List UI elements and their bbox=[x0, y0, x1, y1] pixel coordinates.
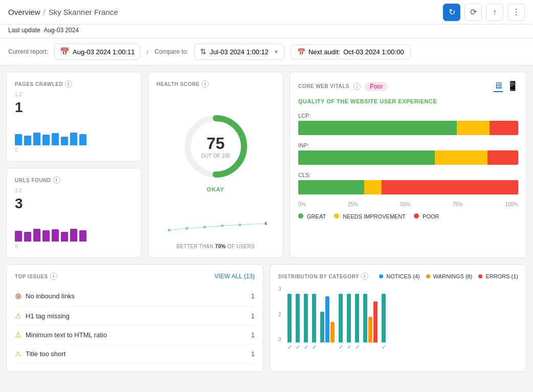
dist-bar-teal bbox=[339, 294, 343, 342]
chart-bar bbox=[42, 230, 50, 242]
warning-icon: ⚠ bbox=[15, 331, 21, 339]
compare-label: Compare to: bbox=[154, 48, 188, 55]
chart-bar bbox=[61, 137, 68, 146]
check-mark: ✓ bbox=[296, 344, 300, 351]
error-icon: ⊗ bbox=[15, 291, 21, 301]
dist-group: ✓ bbox=[382, 294, 386, 342]
dist-group: ✓ bbox=[339, 294, 343, 342]
cwv-header: CORE WEB VITALS i Poor 🖥 📱 bbox=[298, 80, 518, 92]
header: Overview / Sky Skanner France ↻ ⟳ ↑ ⋮ bbox=[0, 0, 533, 25]
next-audit-button[interactable]: 📅 Next audit: Oct-03 2024 1:00:00 bbox=[291, 45, 411, 59]
svg-point-2 bbox=[239, 134, 246, 140]
dist-bar-teal bbox=[347, 294, 351, 342]
needs-dot bbox=[334, 213, 339, 219]
lcp-great bbox=[298, 121, 457, 135]
chart-bar bbox=[24, 136, 31, 145]
dist-bar-blue bbox=[325, 296, 329, 342]
lcp-metric: LCP: bbox=[298, 113, 518, 135]
urls-found-axis-top: 3.2 bbox=[15, 188, 133, 193]
issue-left: ⚠ Title too short bbox=[15, 350, 65, 358]
svg-point-5 bbox=[186, 227, 188, 230]
current-date-picker[interactable]: 📅 Aug-03 2024 1:00:11 bbox=[54, 43, 140, 60]
dist-title: DISTRIBUTION BY CATEGORY i bbox=[278, 273, 368, 280]
errors-legend: ERRORS (1) bbox=[478, 273, 518, 279]
dist-bar-teal bbox=[312, 294, 316, 342]
check-mark: ✓ bbox=[287, 344, 292, 351]
cls-bar bbox=[298, 180, 518, 194]
urls-found-info-icon[interactable]: i bbox=[53, 177, 60, 184]
chart-bar bbox=[61, 232, 68, 242]
health-score-title: HEALTH SCORE i bbox=[157, 80, 275, 88]
upload-button[interactable]: ↑ bbox=[486, 4, 503, 21]
compare-calendar-icon: ⇅ bbox=[200, 47, 207, 56]
chart-bar bbox=[70, 133, 77, 145]
notices-legend: NOTICES (4) bbox=[379, 273, 419, 279]
dist-info-icon[interactable]: i bbox=[361, 273, 368, 280]
pages-crawled-chart bbox=[15, 120, 133, 145]
dist-group bbox=[320, 296, 335, 342]
pages-crawled-value: 1 bbox=[15, 99, 133, 116]
breadcrumb-separator: / bbox=[43, 8, 46, 16]
inp-bar bbox=[298, 150, 518, 165]
warnings-dot bbox=[426, 274, 430, 278]
dist-group: ✓ bbox=[355, 294, 359, 342]
subheader: Last update Aug-03 2024 bbox=[0, 25, 533, 38]
pages-crawled-info-icon[interactable]: i bbox=[65, 80, 72, 88]
calendar-icon: 📅 bbox=[60, 47, 70, 56]
pages-crawled-title: PAGES CRAWLED i bbox=[15, 80, 133, 88]
lcp-bar bbox=[298, 121, 518, 135]
dist-group: ✓ bbox=[347, 294, 351, 342]
cwv-subtitle: QUALITY OF THE WEBSITE USER EXPERIENCE bbox=[298, 98, 518, 104]
dist-bar-red bbox=[373, 301, 377, 342]
breadcrumb: Overview / Sky Skanner France bbox=[8, 8, 118, 16]
issue-text: No inbound links bbox=[26, 292, 75, 300]
health-score-info-icon[interactable]: i bbox=[202, 80, 209, 88]
issue-count: 1 bbox=[251, 312, 255, 320]
more-button[interactable]: ⋮ bbox=[507, 4, 525, 21]
issue-count: 1 bbox=[251, 350, 255, 358]
issue-row: ⚠ Minimum text to HTML ratio 1 bbox=[15, 325, 255, 344]
great-dot bbox=[298, 213, 303, 219]
svg-point-4 bbox=[168, 229, 170, 231]
compare-date-picker[interactable]: ⇅ Jul-03 2024 1:00:12 ▼ bbox=[194, 43, 284, 60]
legend-needs: NEEDS IMPROVEMENT bbox=[334, 213, 406, 220]
view-all-link[interactable]: VIEW ALL (13) bbox=[214, 273, 255, 280]
notices-dot bbox=[379, 274, 383, 278]
top-issues-info-icon[interactable]: i bbox=[50, 273, 57, 280]
pages-crawled-axis-top: 1.2 bbox=[15, 92, 133, 97]
urls-found-chart bbox=[15, 216, 133, 242]
issues-header: TOP ISSUES i VIEW ALL (13) bbox=[15, 273, 255, 280]
top-issues-title: TOP ISSUES i bbox=[15, 273, 57, 280]
svg-point-8 bbox=[238, 224, 241, 226]
dist-group bbox=[363, 294, 377, 342]
last-update-date: Aug-03 2024 bbox=[43, 27, 79, 34]
cls-metric: CLS: bbox=[298, 172, 518, 194]
dist-group: ✓ bbox=[296, 294, 300, 342]
issue-text: H1 tag missing bbox=[26, 312, 70, 320]
main-grid: PAGES CRAWLED i 1.2 1 0 HEALTH SCORE i bbox=[0, 66, 533, 378]
check-mark: ✓ bbox=[312, 344, 317, 351]
distribution-card: DISTRIBUTION BY CATEGORY i NOTICES (4) W… bbox=[270, 264, 527, 372]
cwv-info-icon[interactable]: i bbox=[353, 83, 361, 90]
chart-bar bbox=[33, 133, 40, 145]
urls-found-value: 3 bbox=[15, 195, 133, 212]
cwv-x-axis: 0% 25% 50% 75% 100% bbox=[298, 202, 518, 207]
urls-found-axis-bottom: 0 bbox=[15, 244, 133, 249]
check-mark: ✓ bbox=[347, 344, 351, 351]
gauge-out-of: OUT OF 100 bbox=[201, 153, 230, 159]
chart-bar bbox=[52, 229, 59, 242]
dist-bar-teal bbox=[382, 294, 386, 342]
inp-needs bbox=[435, 150, 487, 165]
warning-icon: ⚠ bbox=[15, 350, 21, 358]
poor-dot bbox=[414, 213, 419, 219]
next-audit-date: Oct-03 2024 1:00:00 bbox=[343, 48, 404, 56]
desktop-icon[interactable]: 🖥 bbox=[494, 80, 503, 92]
overview-link[interactable]: Overview bbox=[8, 8, 40, 16]
share-button[interactable]: ⟳ bbox=[464, 4, 482, 21]
next-audit-label: Next audit: bbox=[308, 48, 340, 56]
refresh-button[interactable]: ↻ bbox=[443, 4, 460, 21]
sparkline-svg bbox=[165, 215, 266, 236]
cls-label: CLS: bbox=[298, 172, 518, 178]
mobile-icon[interactable]: 📱 bbox=[507, 80, 518, 92]
dist-bar-yellow bbox=[330, 322, 335, 342]
